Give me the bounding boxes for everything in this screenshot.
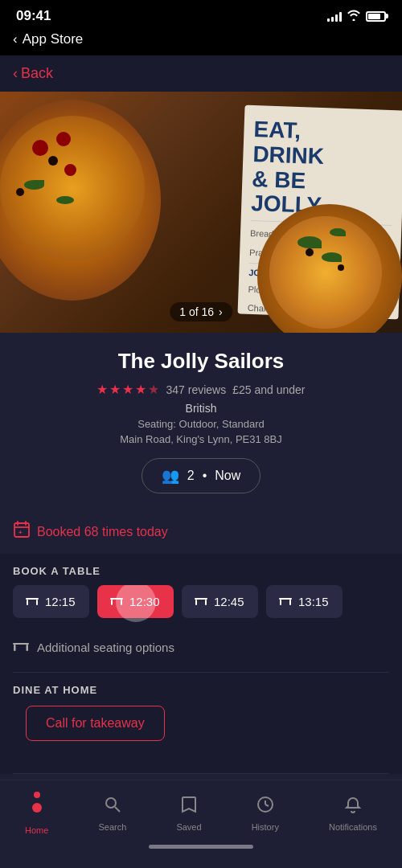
time-slot-0[interactable]: 12:15	[13, 585, 89, 618]
table-icon-2	[195, 595, 207, 608]
click-indicator	[116, 585, 156, 622]
star-1: ★	[96, 382, 108, 397]
status-icons	[327, 10, 386, 23]
svg-rect-13	[205, 600, 207, 605]
home-active-dot	[34, 792, 40, 798]
svg-rect-17	[13, 643, 29, 645]
nav-item-notifications[interactable]: Notifications	[321, 792, 385, 835]
image-counter-chevron: ›	[219, 305, 223, 318]
search-icon	[103, 795, 122, 819]
appstore-back-arrow: ‹	[13, 31, 18, 47]
time-slot-text-2: 12:45	[214, 595, 244, 608]
svg-rect-14	[279, 598, 292, 600]
star-rating: ★ ★ ★ ★ ★	[96, 382, 159, 397]
battery-icon	[366, 11, 386, 22]
time-slots-container: 12:15 12:30 12:45	[0, 585, 402, 629]
party-icon: 👥	[162, 467, 179, 485]
svg-rect-12	[195, 600, 197, 605]
status-bar: 09:41	[0, 0, 402, 28]
nav-item-search[interactable]: Search	[90, 792, 134, 835]
nav-label-saved: Saved	[176, 822, 201, 832]
hero-image-container[interactable]: EAT,DRINK& BEJOLLY Breaded Ma... Prawn C…	[0, 92, 402, 333]
svg-text:+: +	[18, 529, 23, 536]
back-navigation: ‹ Back	[0, 55, 402, 92]
time-slot-text-3: 13:15	[298, 595, 329, 608]
nav-items: Home Search Saved	[0, 788, 402, 838]
time-slot-text-0: 12:15	[45, 595, 76, 608]
table-icon-0	[26, 595, 39, 608]
back-label: Back	[21, 65, 53, 82]
back-chevron-icon: ‹	[13, 65, 18, 82]
back-button[interactable]: ‹ Back	[13, 65, 53, 82]
price-range: £25 and under	[232, 383, 305, 396]
additional-seating-text: Additional seating options	[37, 641, 174, 654]
party-separator: •	[203, 469, 207, 483]
rating-row: ★ ★ ★ ★ ★ 347 reviews £25 and under	[13, 382, 389, 397]
star-3: ★	[122, 382, 133, 397]
image-counter[interactable]: 1 of 16 ›	[170, 302, 232, 321]
svg-line-28	[265, 805, 269, 806]
address: Main Road, King's Lynn, PE31 8BJ	[13, 433, 389, 445]
party-time: Now	[215, 469, 240, 483]
nav-label-search: Search	[98, 822, 126, 832]
cuisine: British	[13, 402, 389, 415]
restaurant-info-section: The Jolly Sailors ★ ★ ★ ★ ★ 347 reviews …	[0, 333, 402, 510]
home-icon-container	[27, 792, 47, 822]
svg-rect-15	[280, 600, 281, 605]
notifications-icon	[343, 795, 363, 819]
appstore-label: App Store	[23, 31, 84, 47]
svg-rect-16	[289, 600, 291, 605]
svg-line-25	[115, 807, 120, 812]
star-4: ★	[135, 382, 146, 397]
svg-rect-5	[26, 598, 39, 600]
time-slot-2[interactable]: 12:45	[182, 585, 258, 618]
pizza-left	[0, 100, 161, 301]
svg-rect-9	[111, 600, 113, 605]
booked-text: Booked 68 times today	[37, 525, 168, 539]
svg-rect-11	[195, 598, 207, 600]
svg-point-23	[32, 803, 42, 813]
bottom-nav: Home Search Saved	[0, 780, 402, 868]
book-table-section-label: BOOK A TABLE	[0, 554, 402, 585]
star-2: ★	[109, 382, 121, 397]
nav-label-home: Home	[25, 825, 48, 835]
reviews-count: 347 reviews	[166, 383, 226, 396]
nav-item-home[interactable]: Home	[17, 788, 56, 838]
seating: Seating: Outdoor, Standard	[13, 418, 389, 430]
party-count: 2	[187, 469, 195, 483]
image-counter-text: 1 of 16	[179, 305, 214, 318]
wifi-icon	[347, 10, 361, 23]
nav-item-history[interactable]: History	[244, 792, 287, 835]
home-icon	[27, 798, 47, 822]
additional-seating[interactable]: Additional seating options	[0, 629, 402, 672]
table-icon-3	[279, 595, 292, 608]
svg-rect-6	[27, 600, 28, 605]
party-selector[interactable]: 👥 2 • Now	[142, 458, 261, 493]
takeaway-button[interactable]: Call for takeaway	[26, 706, 165, 741]
appstore-bar: ‹ App Store	[0, 28, 402, 55]
nav-item-saved[interactable]: Saved	[168, 792, 209, 835]
svg-rect-7	[36, 600, 38, 605]
time-slot-1[interactable]: 12:30	[97, 585, 174, 618]
nav-label-history: History	[252, 822, 279, 832]
star-5-half: ★	[148, 382, 159, 397]
svg-point-24	[106, 798, 116, 808]
svg-rect-18	[14, 645, 16, 651]
dine-at-home-section-label: DINE AT HOME	[0, 673, 402, 706]
booked-row: + Booked 68 times today	[0, 510, 402, 554]
seating-icon	[13, 639, 29, 656]
booked-icon: +	[13, 521, 31, 542]
home-indicator	[0, 838, 402, 852]
home-indicator-bar	[149, 845, 253, 849]
nav-label-notifications: Notifications	[329, 822, 377, 832]
saved-icon	[179, 795, 199, 819]
history-icon	[256, 795, 275, 819]
time-slot-3[interactable]: 13:15	[266, 585, 343, 618]
signal-icon	[327, 10, 342, 22]
hero-image: EAT,DRINK& BEJOLLY Breaded Ma... Prawn C…	[0, 92, 402, 333]
svg-rect-19	[27, 645, 29, 651]
restaurant-name: The Jolly Sailors	[13, 349, 389, 374]
status-time: 09:41	[16, 8, 51, 24]
